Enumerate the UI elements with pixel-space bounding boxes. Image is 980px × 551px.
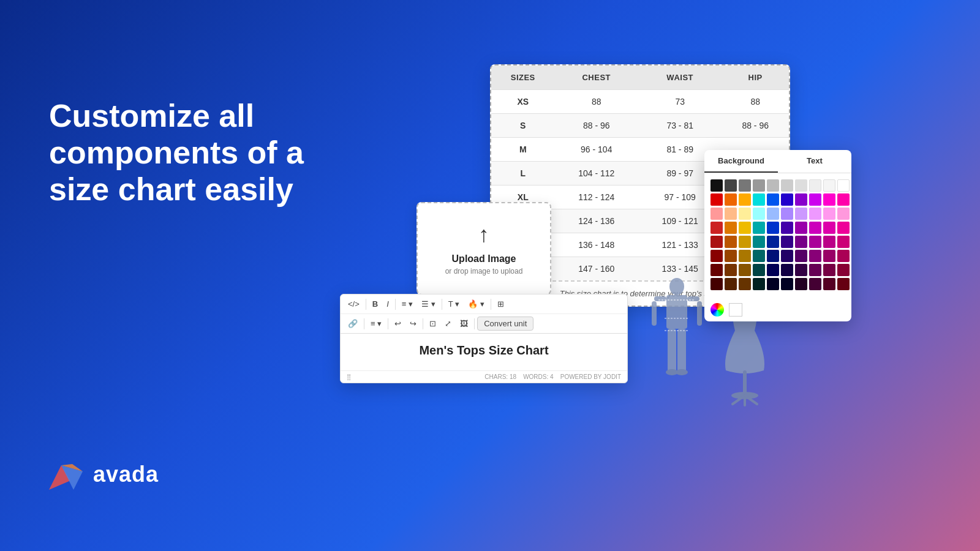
align-button[interactable]: ≡ ▾ bbox=[367, 317, 385, 331]
color-button[interactable]: 🔥 ▾ bbox=[464, 297, 488, 311]
swatch[interactable] bbox=[795, 179, 807, 192]
swatch[interactable] bbox=[753, 193, 765, 206]
swatch[interactable] bbox=[739, 278, 751, 290]
swatch[interactable] bbox=[725, 250, 737, 262]
swatch[interactable] bbox=[710, 236, 723, 248]
swatch[interactable] bbox=[753, 222, 765, 234]
swatch[interactable] bbox=[823, 193, 835, 206]
upload-image-card[interactable]: ↑ Upload Image or drop image to upload bbox=[417, 202, 551, 295]
erase-button[interactable]: ⊡ bbox=[426, 317, 440, 331]
swatch[interactable] bbox=[795, 208, 807, 220]
swatch[interactable] bbox=[739, 179, 751, 192]
redo-button[interactable]: ↪ bbox=[406, 317, 420, 331]
swatch[interactable] bbox=[767, 236, 779, 248]
swatch[interactable] bbox=[739, 193, 751, 206]
swatch[interactable] bbox=[725, 208, 737, 220]
swatch[interactable] bbox=[795, 236, 807, 248]
swatch[interactable] bbox=[753, 264, 765, 276]
color-wheel-icon[interactable] bbox=[710, 303, 724, 317]
swatch[interactable] bbox=[710, 179, 723, 192]
convert-unit-button[interactable]: Convert unit bbox=[477, 317, 533, 331]
swatch[interactable] bbox=[781, 222, 793, 234]
swatch[interactable] bbox=[710, 193, 723, 206]
swatch[interactable] bbox=[753, 278, 765, 290]
undo-button[interactable]: ↩ bbox=[391, 317, 405, 331]
swatch[interactable] bbox=[781, 193, 793, 206]
ul-button[interactable]: ≡ ▾ bbox=[398, 297, 417, 311]
swatch[interactable] bbox=[781, 236, 793, 248]
code-button[interactable]: </> bbox=[344, 297, 363, 311]
tab-text[interactable]: Text bbox=[778, 150, 851, 173]
swatch[interactable] bbox=[795, 193, 807, 206]
swatch[interactable] bbox=[809, 208, 821, 220]
resize-handle[interactable]: ⣿ bbox=[347, 373, 351, 380]
swatch[interactable] bbox=[781, 264, 793, 276]
color-picker-card[interactable]: Background Text bbox=[704, 150, 851, 321]
swatch[interactable] bbox=[795, 278, 807, 290]
editor-card[interactable]: </> B I ≡ ▾ ☰ ▾ T ▾ 🔥 ▾ ⊞ 🔗 ≡ ▾ ↩ ↪ ⊡ ⤢ … bbox=[340, 294, 628, 383]
tab-background[interactable]: Background bbox=[704, 150, 778, 173]
swatch[interactable] bbox=[809, 222, 821, 234]
ol-button[interactable]: ☰ ▾ bbox=[418, 297, 439, 311]
swatch[interactable] bbox=[809, 264, 821, 276]
swatch[interactable] bbox=[823, 222, 835, 234]
swatch[interactable] bbox=[823, 236, 835, 248]
swatch[interactable] bbox=[809, 179, 821, 192]
editor-content[interactable]: Men's Tops Size Chart bbox=[341, 334, 627, 370]
swatch[interactable] bbox=[767, 250, 779, 262]
swatch[interactable] bbox=[795, 250, 807, 262]
swatch[interactable] bbox=[837, 208, 850, 220]
swatch[interactable] bbox=[710, 208, 723, 220]
swatch[interactable] bbox=[739, 208, 751, 220]
swatch[interactable] bbox=[739, 264, 751, 276]
swatch[interactable] bbox=[781, 278, 793, 290]
bold-button[interactable]: B bbox=[369, 297, 382, 311]
italic-button[interactable]: I bbox=[383, 297, 393, 311]
swatch[interactable] bbox=[823, 264, 835, 276]
swatch[interactable] bbox=[823, 179, 835, 192]
swatch[interactable] bbox=[767, 264, 779, 276]
swatch[interactable] bbox=[837, 193, 850, 206]
swatch[interactable] bbox=[710, 264, 723, 276]
swatch[interactable] bbox=[725, 264, 737, 276]
link-button[interactable]: 🔗 bbox=[344, 317, 361, 331]
swatch[interactable] bbox=[781, 208, 793, 220]
swatch[interactable] bbox=[725, 278, 737, 290]
swatch[interactable] bbox=[753, 250, 765, 262]
table-button[interactable]: ⊞ bbox=[494, 297, 508, 311]
swatch[interactable] bbox=[809, 236, 821, 248]
swatch[interactable] bbox=[767, 222, 779, 234]
image-button[interactable]: 🖼 bbox=[456, 317, 472, 331]
swatch[interactable] bbox=[739, 222, 751, 234]
swatch[interactable] bbox=[837, 278, 850, 290]
swatch[interactable] bbox=[809, 250, 821, 262]
fullscreen-button[interactable]: ⤢ bbox=[441, 317, 455, 331]
swatch[interactable] bbox=[753, 208, 765, 220]
swatch[interactable] bbox=[823, 278, 835, 290]
swatch[interactable] bbox=[781, 250, 793, 262]
swatch[interactable] bbox=[753, 179, 765, 192]
swatch[interactable] bbox=[767, 278, 779, 290]
swatch[interactable] bbox=[753, 236, 765, 248]
swatch[interactable] bbox=[710, 278, 723, 290]
swatch[interactable] bbox=[837, 250, 850, 262]
swatch[interactable] bbox=[739, 250, 751, 262]
swatch[interactable] bbox=[767, 193, 779, 206]
swatch[interactable] bbox=[823, 208, 835, 220]
swatch[interactable] bbox=[837, 264, 850, 276]
swatch[interactable] bbox=[781, 179, 793, 192]
font-button[interactable]: T ▾ bbox=[445, 297, 463, 311]
swatch[interactable] bbox=[725, 236, 737, 248]
swatch[interactable] bbox=[837, 236, 850, 248]
swatch[interactable] bbox=[837, 179, 850, 192]
selected-color-box[interactable] bbox=[729, 303, 742, 317]
swatch[interactable] bbox=[710, 250, 723, 262]
swatch[interactable] bbox=[837, 222, 850, 234]
swatch[interactable] bbox=[739, 236, 751, 248]
swatch[interactable] bbox=[795, 264, 807, 276]
swatch[interactable] bbox=[809, 193, 821, 206]
swatch[interactable] bbox=[795, 222, 807, 234]
swatch[interactable] bbox=[767, 179, 779, 192]
swatch[interactable] bbox=[823, 250, 835, 262]
swatch[interactable] bbox=[725, 179, 737, 192]
